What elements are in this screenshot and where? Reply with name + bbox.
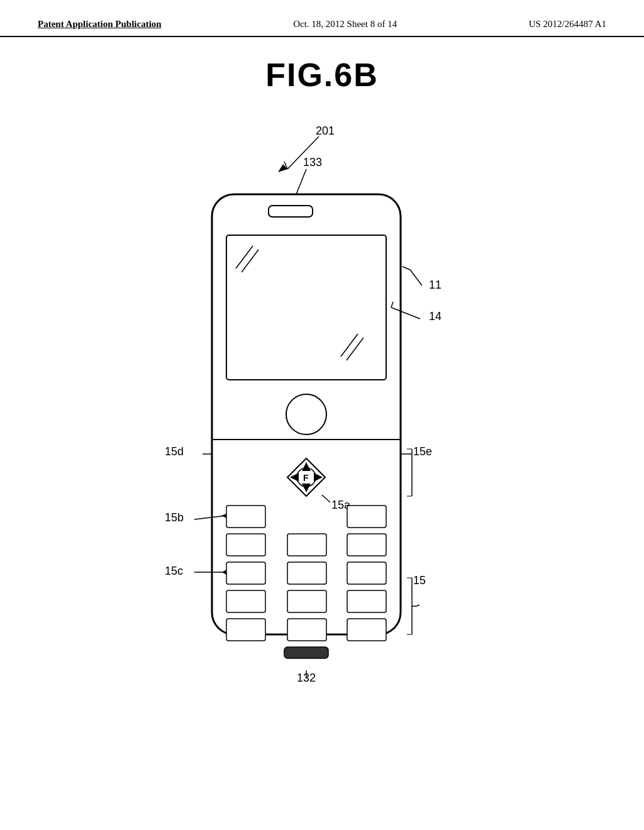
- key-r3c3: [347, 562, 386, 584]
- key-r3c1: [226, 562, 265, 584]
- svg-line-13: [402, 267, 410, 270]
- key-r4c2: [287, 590, 326, 612]
- key-r3c2: [287, 562, 326, 584]
- key-r5c3: [347, 619, 386, 641]
- ref-15d-label: 15d: [165, 445, 184, 458]
- key-r1c1: [226, 506, 265, 528]
- page-header: Patent Application Publication Oct. 18, …: [0, 0, 644, 37]
- main-content: FIG.6B 201 133: [0, 37, 644, 766]
- key-r4c3: [347, 590, 386, 612]
- figure-title: FIG.6B: [265, 56, 379, 94]
- svg-line-31: [416, 605, 419, 606]
- publication-label: Patent Application Publication: [38, 18, 162, 31]
- ref-15e-label: 15e: [413, 445, 432, 458]
- ref-133-label: 133: [303, 156, 322, 169]
- ref-14-label: 14: [429, 310, 441, 323]
- screen-rect: [226, 235, 386, 380]
- ref-15b-label: 15b: [165, 511, 184, 524]
- diagram-area: 201 133 14: [70, 106, 574, 766]
- patent-number: US 2012/264487 A1: [529, 18, 606, 31]
- key-r4c1: [226, 590, 265, 612]
- key-r2c3: [347, 534, 386, 556]
- f-label: F: [303, 473, 309, 483]
- key-r2c1: [226, 534, 265, 556]
- patent-diagram: 201 133 14: [70, 106, 574, 766]
- camera-circle: [286, 394, 326, 434]
- speaker-rect: [269, 206, 313, 217]
- svg-line-12: [410, 270, 422, 285]
- sheet-info: Oct. 18, 2012 Sheet 8 of 14: [293, 18, 397, 31]
- key-r5c2: [287, 619, 326, 641]
- key-r2c2: [287, 534, 326, 556]
- key-r1c3: [347, 506, 386, 528]
- ref-201-label: 201: [316, 124, 335, 137]
- ref-15c-label: 15c: [165, 565, 183, 577]
- key-r5c1: [226, 619, 265, 641]
- ref-11-label: 11: [429, 279, 441, 291]
- ref-15-label: 15: [413, 574, 426, 587]
- bottom-button: [284, 647, 328, 658]
